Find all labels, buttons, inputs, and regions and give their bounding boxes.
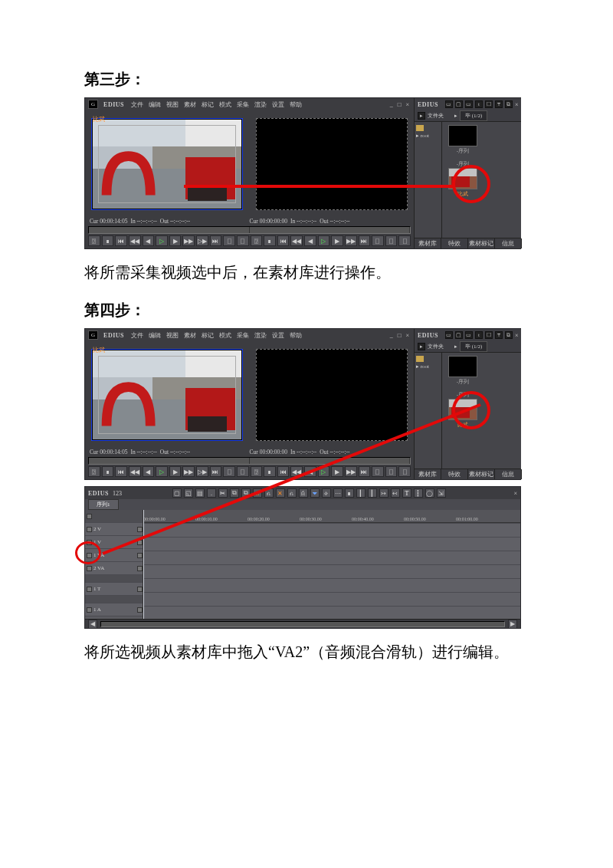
src-btn-0[interactable]: ⍰ <box>88 466 100 477</box>
folder-icon[interactable]: ▸ <box>418 343 425 350</box>
tl-tool-6[interactable]: ⧉ <box>241 488 251 498</box>
rec-btn-1[interactable]: ∎ <box>264 235 276 246</box>
folder-icon[interactable]: ▸ <box>418 112 425 120</box>
menu-clip[interactable]: 素材 <box>184 100 196 109</box>
src-btn-10[interactable]: ⎕ <box>223 235 235 246</box>
timeline-toolbar[interactable]: EDIUS 123 ▢ ◱ ▤ . ✂ ⧉ ⧉ ⌂ ⎌ ✕ ⎌ ⎙ ⏷ ⎆ ⋯ … <box>85 487 520 499</box>
bin-tool-2[interactable]: ▭ <box>465 331 473 339</box>
tl-tool-12[interactable]: ⏷ <box>310 488 320 498</box>
menu-render[interactable]: 渲染 <box>254 100 267 109</box>
bin-tabs[interactable]: 素材库特效素材标记信息 <box>415 469 521 479</box>
rec-btn-9[interactable]: ⎕ <box>372 235 384 246</box>
menu-help[interactable]: 帮助 <box>290 331 302 340</box>
track-v1[interactable]: 1 V <box>85 536 143 549</box>
rec-btn-10[interactable]: ⎕ <box>385 466 398 477</box>
src-btn-3[interactable]: ◀◀ <box>129 235 141 246</box>
timeline-close-icon[interactable]: × <box>513 490 517 497</box>
src-btn-8[interactable]: ▷▶ <box>196 235 208 246</box>
bin-tool-4[interactable]: ☐ <box>485 331 493 339</box>
bin-tool-4[interactable]: ☐ <box>485 100 493 108</box>
sequence-tab-bar[interactable]: 序列1 <box>85 499 520 510</box>
tab-effects[interactable]: 特效 <box>441 469 468 479</box>
menu-clip[interactable]: 素材 <box>184 331 196 340</box>
bin-close-icon[interactable]: × <box>515 332 519 339</box>
rec-btn-8[interactable]: ⏭ <box>359 466 371 477</box>
rec-btn-0[interactable]: ⍰ <box>251 235 263 246</box>
bin-tool-6[interactable]: ⧉ <box>505 100 513 108</box>
source-viewer[interactable]: 比武 <box>85 110 250 216</box>
tl-tool-21[interactable]: ┇ <box>414 488 423 498</box>
rec-play-button[interactable]: ▷ <box>318 235 330 246</box>
tl-tool-8[interactable]: ⎌ <box>264 488 274 498</box>
tab-effects[interactable]: 特效 <box>441 238 468 248</box>
menu-capture[interactable]: 采集 <box>237 100 249 109</box>
tl-tool-7[interactable]: ⌂ <box>253 488 262 498</box>
rec-btn-4[interactable]: ◀ <box>304 235 316 246</box>
scrub-bar[interactable] <box>88 457 411 465</box>
bin-tool-2[interactable]: ▭ <box>465 100 473 108</box>
menu-view[interactable]: 视图 <box>166 100 179 109</box>
tab-markers[interactable]: 素材标记 <box>468 469 495 479</box>
tl-tool-18[interactable]: ↣ <box>379 488 388 498</box>
src-btn-8[interactable]: ▷▶ <box>196 466 208 477</box>
src-btn-6[interactable]: ▶ <box>169 466 182 477</box>
menu-help[interactable]: 帮助 <box>290 100 302 109</box>
tl-tool-19[interactable]: ↢ <box>391 488 400 498</box>
tl-tool-2[interactable]: ▤ <box>195 488 205 498</box>
tl-tool-9[interactable]: ✕ <box>276 488 285 498</box>
rec-btn-11[interactable]: ⎕ <box>398 466 411 477</box>
tab-markers[interactable]: 素材标记 <box>468 238 495 248</box>
src-btn-6[interactable]: ▶ <box>169 235 182 246</box>
menu-mode[interactable]: 模式 <box>219 331 231 340</box>
src-btn-4[interactable]: ◀ <box>143 466 155 477</box>
menu-marker[interactable]: 标记 <box>202 100 214 109</box>
bin-path[interactable]: 毕 (1/2) <box>460 341 487 352</box>
menu-file[interactable]: 文件 <box>131 100 143 109</box>
tl-tool-13[interactable]: ⎆ <box>322 488 331 498</box>
tab-info[interactable]: 信息 <box>495 238 522 248</box>
rec-btn-1[interactable]: ∎ <box>264 466 276 477</box>
rec-btn-10[interactable]: ⎕ <box>385 235 398 246</box>
src-btn-11[interactable]: ⎕ <box>237 235 249 246</box>
timeline-scrollbar[interactable] <box>100 621 505 627</box>
menu-mode[interactable]: 模式 <box>219 100 231 109</box>
rec-btn-0[interactable]: ⍰ <box>251 466 263 477</box>
bin-thumb-sequence[interactable]: -序列 <box>445 356 480 386</box>
src-play-button[interactable]: ▷ <box>156 235 168 246</box>
tl-tool-17[interactable]: ┃ <box>368 488 377 498</box>
rec-play-button[interactable]: ▷ <box>318 466 330 477</box>
rec-btn-2[interactable]: ⏮ <box>277 466 290 477</box>
src-play-button[interactable]: ▷ <box>156 466 168 477</box>
record-viewer[interactable] <box>250 341 415 447</box>
track-va1[interactable]: 1 VA <box>85 549 143 562</box>
src-btn-7[interactable]: ▶▶ <box>182 235 195 246</box>
tl-tool-23[interactable]: ⇲ <box>437 488 446 498</box>
rec-btn-9[interactable]: ⎕ <box>372 466 384 477</box>
bin-tool-5[interactable]: ᴛ <box>495 100 503 108</box>
src-btn-2[interactable]: ⏮ <box>115 466 127 477</box>
bin-tool-1[interactable]: ▢ <box>455 100 463 108</box>
bin-thumb-sequence[interactable]: -序列 <box>445 125 480 155</box>
time-ruler[interactable]: 00:00:00.0000:00:10.0000:00:20.0000:00:3… <box>143 510 520 523</box>
scrub-bar[interactable] <box>88 226 411 234</box>
rec-btn-4[interactable]: ◀ <box>304 466 316 477</box>
bin-tool-3[interactable]: t <box>475 100 483 108</box>
record-viewer[interactable] <box>250 110 415 216</box>
playhead[interactable] <box>143 510 144 619</box>
rec-btn-6[interactable]: ▶ <box>331 235 343 246</box>
bin-tool-0[interactable]: ▭ <box>445 331 453 339</box>
bin-tool-0[interactable]: ▭ <box>445 100 453 108</box>
src-btn-1[interactable]: ∎ <box>102 235 114 246</box>
bin-tool-3[interactable]: t <box>475 331 483 339</box>
menu-render[interactable]: 渲染 <box>254 331 267 340</box>
tree-root[interactable]: ▸ root <box>416 133 440 139</box>
tl-tool-22[interactable]: ◯ <box>425 488 434 498</box>
tab-info[interactable]: 信息 <box>495 469 522 479</box>
bin-path[interactable]: 毕 (1/2) <box>460 110 487 121</box>
tab-bin[interactable]: 素材库 <box>415 469 441 479</box>
menu-view[interactable]: 视图 <box>166 331 179 340</box>
window-controls[interactable]: _ □ × <box>390 101 411 108</box>
bin-tool-1[interactable]: ▢ <box>455 331 463 339</box>
src-btn-10[interactable]: ⎕ <box>223 466 235 477</box>
bin-tree[interactable]: ▸ root <box>415 353 442 469</box>
